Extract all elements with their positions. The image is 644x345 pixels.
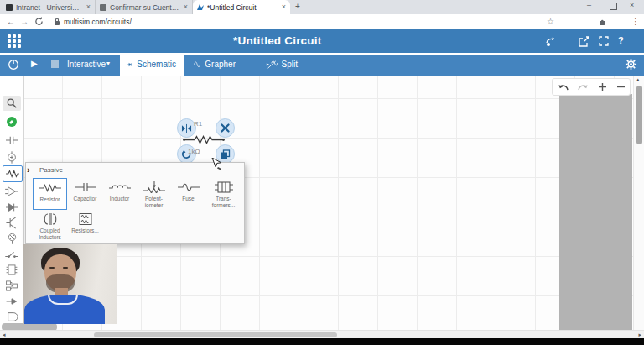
redo-icon[interactable] [578, 82, 589, 91]
coupled-inductors-symbol-icon [39, 213, 61, 225]
help-icon[interactable]: ? [618, 35, 624, 45]
popup-item-resistors-network[interactable]: Resistors... [68, 210, 102, 242]
sidebar-item-sources[interactable] [3, 149, 21, 165]
sidebar-item-misc[interactable] [3, 309, 21, 324]
popup-item-capacitor[interactable]: Capacitor [68, 178, 102, 210]
capacitor-icon [4, 134, 19, 146]
sidebar-item-ics[interactable] [3, 262, 21, 277]
potentiometer-symbol-icon [143, 181, 165, 193]
popup-item-fuse[interactable]: Fuse [171, 178, 205, 210]
ic-chip-icon [5, 264, 18, 276]
passive-components-popup: › Passive Resistor Capacitor Inductor Po… [25, 162, 245, 244]
diode-icon [4, 201, 19, 213]
urjc-favicon-icon [6, 4, 13, 11]
close-x-icon [221, 123, 230, 133]
tab-grapher[interactable]: Grapher [186, 53, 243, 76]
multisim-favicon-icon [197, 4, 204, 11]
letterbox-bar [0, 338, 644, 345]
horizontal-scroll-thumb[interactable] [94, 332, 337, 337]
ni-favicon-icon [100, 4, 106, 11]
lock-icon[interactable] [54, 18, 60, 26]
resistor-symbol-icon [39, 182, 61, 194]
vertical-scrollbar[interactable]: ▴ [633, 76, 644, 330]
resistor-component[interactable] [183, 134, 225, 145]
sidebar-item-digital[interactable] [3, 278, 21, 293]
tab-title: Confirmar su Cuenta - National [110, 3, 180, 12]
popup-item-resistor[interactable]: Resistor [33, 178, 67, 210]
connector-arrow-icon [5, 296, 18, 306]
sidebar-item-indicators[interactable] [3, 231, 21, 246]
close-tab-icon[interactable]: × [184, 3, 188, 11]
component-sidebar [0, 76, 24, 330]
undo-icon[interactable] [558, 82, 569, 91]
sidebar-item-search[interactable] [3, 96, 21, 111]
simulation-power-icon[interactable] [8, 59, 19, 71]
scroll-up-icon[interactable]: ▴ [636, 76, 640, 83]
opamp-icon [4, 186, 19, 197]
close-tab-icon[interactable]: × [86, 3, 91, 11]
tab-schematic[interactable]: Schematic [120, 53, 184, 76]
sidebar-item-diodes[interactable] [3, 200, 21, 215]
fuse-symbol-icon [178, 181, 200, 193]
zoom-in-icon[interactable] [598, 82, 607, 91]
transformer-symbol-icon [213, 181, 235, 193]
resistor-icon [5, 168, 20, 180]
settings-gear-icon[interactable] [625, 58, 637, 71]
forward-icon[interactable]: → [20, 17, 29, 26]
vertical-scroll-thumb[interactable] [636, 86, 642, 144]
popup-item-coupled-inductors[interactable]: Coupled Inductors [33, 210, 67, 242]
browser-tab-intranet[interactable]: Intranet - Universidad Rey Juan × [2, 0, 96, 14]
popup-item-transformers[interactable]: Trans- formers... [206, 178, 241, 210]
url-text[interactable]: multisim.com/circuits/ [64, 18, 132, 26]
screen: Intranet - Universidad Rey Juan × Confir… [0, 0, 644, 345]
interactive-mode-dropdown[interactable]: Interactive [67, 60, 106, 69]
close-tab-icon[interactable]: × [282, 3, 286, 11]
window-maximize-button[interactable] [610, 3, 617, 10]
browser-menu-icon[interactable]: ⋮ [631, 17, 640, 26]
fullscreen-icon[interactable] [599, 36, 609, 46]
browser-tab-untitled-circuit[interactable]: *Untitled Circuit × [193, 0, 290, 14]
sidebar-item-passive[interactable] [3, 165, 23, 182]
popup-item-inductor[interactable]: Inductor [102, 178, 137, 210]
search-icon [6, 97, 18, 109]
window-minimize-button[interactable]: – [587, 1, 591, 9]
popup-item-potentiometer[interactable]: Potent- iometer [137, 178, 171, 210]
app-header: *Untitled Circuit ? [0, 29, 644, 53]
apps-grid-icon[interactable] [8, 34, 21, 48]
browser-tab-national[interactable]: Confirmar su Cuenta - National × [96, 0, 193, 14]
sidebar-item-probes[interactable] [3, 114, 21, 129]
tab-split[interactable]: Split [258, 53, 305, 76]
run-play-icon[interactable]: ▶ [31, 59, 38, 68]
zoom-out-icon[interactable] [616, 82, 626, 91]
chevron-down-icon[interactable]: ▾ [106, 60, 110, 67]
new-tab-button[interactable]: + [295, 2, 300, 11]
component-ref-label: R1 [194, 120, 202, 128]
back-icon[interactable]: ← [7, 17, 15, 26]
tour-icon[interactable] [545, 36, 557, 47]
stop-icon[interactable] [51, 60, 59, 68]
docked-gray-panel [559, 94, 632, 333]
reload-icon[interactable] [34, 17, 44, 26]
tab-label: Schematic [137, 60, 176, 69]
scroll-left-icon[interactable]: ◂ [3, 332, 6, 338]
scroll-right-icon[interactable]: ▸ [638, 332, 641, 338]
indicator-lamp-icon [6, 232, 18, 245]
digital-gates-icon [5, 280, 18, 292]
capacitor-symbol-icon [75, 181, 96, 193]
sidebar-item-connect[interactable] [3, 294, 21, 309]
app-toolbar: ▶ Interactive ▾ Schematic Grapher Split [0, 53, 644, 76]
bookmark-star-icon[interactable]: ☆ [547, 17, 554, 26]
browser-tab-bar: Intranet - Universidad Rey Juan × Confir… [0, 0, 644, 15]
window-close-button[interactable]: × [630, 1, 634, 9]
sidebar-item-switches[interactable] [3, 247, 21, 262]
resistor-network-symbol-icon [75, 213, 96, 225]
circuit-title[interactable]: *Untitled Circuit [233, 34, 321, 47]
sidebar-item-transistors[interactable] [3, 215, 21, 230]
sidebar-item-connectors[interactable] [3, 133, 21, 148]
extensions-puzzle-icon[interactable] [599, 18, 607, 26]
sine-wave-icon [194, 60, 200, 69]
sidebar-item-analog[interactable] [3, 184, 21, 199]
collapse-chevron-icon[interactable]: › [27, 165, 30, 175]
tab-label: Split [282, 60, 298, 69]
export-share-icon[interactable] [579, 36, 589, 47]
